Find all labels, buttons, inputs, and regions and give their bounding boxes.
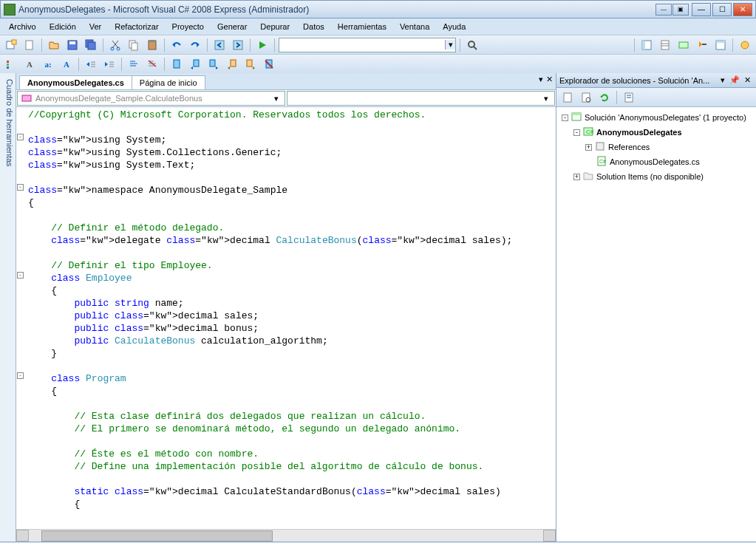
save-button[interactable]	[64, 37, 81, 53]
menu-datos[interactable]: Datos	[297, 21, 330, 33]
tab-start-page[interactable]: Página de inicio	[132, 75, 205, 89]
svg-rect-2	[26, 41, 33, 49]
member-nav-combo[interactable]: ▾	[287, 91, 555, 106]
menu-generar[interactable]: Generar	[211, 21, 253, 33]
cut-button[interactable]	[107, 37, 123, 53]
type-nav-combo[interactable]: AnonymousDelegate_Sample.CalculateBonus …	[17, 91, 285, 106]
panel-dropdown-icon[interactable]: ▾	[718, 75, 727, 85]
bookmark-clear-button[interactable]	[261, 56, 277, 72]
svg-rect-58	[572, 113, 581, 115]
menu-depurar[interactable]: Depurar	[254, 21, 296, 33]
save-all-button[interactable]	[83, 37, 99, 53]
menu-herramientas[interactable]: Herramientas	[332, 21, 392, 33]
undo-button[interactable]	[168, 37, 185, 53]
svg-rect-12	[150, 40, 154, 42]
horizontal-scrollbar[interactable]	[16, 529, 556, 542]
tree-node[interactable]: -C#AnonymousDelegates	[559, 125, 753, 140]
maximize-button[interactable]: ☐	[712, 3, 732, 16]
toolbox-sidebar[interactable]: Cuadro de herramientas	[0, 73, 16, 542]
tree-node[interactable]: -Solución 'AnonymousDelegates' (1 proyec…	[559, 110, 753, 125]
bookmark-prev-button[interactable]	[187, 56, 203, 72]
restore-button-inner[interactable]: ▣	[672, 4, 689, 16]
scroll-thumb[interactable]	[41, 530, 273, 542]
panel-close-icon[interactable]: ✕	[742, 75, 753, 85]
svg-point-15	[469, 41, 474, 47]
outline-column[interactable]: ----	[16, 107, 25, 529]
solution-explorer-button[interactable]	[638, 37, 655, 53]
view-code-button[interactable]	[621, 89, 637, 106]
menu-ventana[interactable]: Ventana	[394, 21, 435, 33]
complete-word-button[interactable]: A	[58, 56, 75, 72]
quick-info-button[interactable]: a:	[40, 56, 56, 72]
nav-fwd-button[interactable]	[230, 37, 246, 53]
solution-tree[interactable]: -Solución 'AnonymousDelegates' (1 proyec…	[556, 107, 756, 542]
outline-collapse-icon[interactable]: -	[17, 372, 24, 379]
show-all-button[interactable]	[578, 89, 594, 106]
scroll-left-button[interactable]	[16, 530, 29, 542]
start-page-button[interactable]	[712, 37, 729, 53]
tree-label: AnonymousDelegates.cs	[610, 157, 700, 166]
tree-node[interactable]: C#AnonymousDelegates.cs	[559, 154, 753, 169]
find-button[interactable]	[464, 37, 480, 53]
bookmark-toggle-button[interactable]	[168, 56, 185, 72]
uncomment-button[interactable]	[144, 56, 160, 72]
tab-close-icon[interactable]: ✕	[546, 75, 553, 84]
chevron-down-icon: ▾	[541, 94, 551, 103]
increase-indent-button[interactable]	[101, 56, 118, 72]
minimize-button[interactable]: —	[692, 3, 711, 16]
svg-rect-6	[88, 42, 95, 49]
properties-button[interactable]	[657, 37, 673, 53]
redo-button[interactable]	[187, 37, 203, 53]
outline-collapse-icon[interactable]: -	[17, 134, 24, 140]
extension-button[interactable]	[737, 37, 753, 53]
tree-expander[interactable]: -	[573, 129, 580, 136]
tree-expander[interactable]: +	[585, 144, 592, 151]
menu-proyecto[interactable]: Proyecto	[166, 21, 210, 33]
pin-icon[interactable]: 📌	[727, 75, 742, 85]
close-button[interactable]: ✕	[733, 3, 752, 16]
open-button[interactable]	[46, 37, 62, 53]
app-icon	[4, 4, 16, 16]
chevron-down-icon: ▾	[271, 94, 282, 103]
minimize-button-inner[interactable]: —	[655, 4, 672, 16]
sol-icon	[571, 111, 582, 124]
tree-node[interactable]: +References	[559, 140, 753, 154]
copy-button[interactable]	[126, 37, 142, 53]
bookmark-next-folder-button[interactable]	[242, 56, 259, 72]
svg-rect-13	[215, 41, 224, 49]
solution-config-combo[interactable]: ▾	[279, 38, 456, 52]
refresh-button[interactable]	[596, 89, 613, 106]
toolbox-button[interactable]	[694, 37, 710, 53]
properties-button[interactable]	[559, 89, 576, 106]
new-file-button[interactable]	[21, 37, 38, 53]
paste-button[interactable]	[144, 37, 160, 53]
code-editor[interactable]: //Copyright (C) Microsoft Corporation. R…	[25, 107, 556, 529]
menu-refactorizar[interactable]: Refactorizar	[109, 21, 164, 33]
comment-button[interactable]	[126, 56, 142, 72]
tree-expander[interactable]: +	[573, 174, 580, 180]
bookmark-prev-folder-button[interactable]	[224, 56, 240, 72]
decrease-indent-button[interactable]	[83, 56, 99, 72]
object-browser-button[interactable]	[675, 37, 692, 53]
menu-edicion[interactable]: Edición	[44, 21, 82, 33]
outline-collapse-icon[interactable]: -	[17, 272, 24, 279]
svg-rect-14	[234, 41, 242, 49]
scroll-right-button[interactable]	[543, 530, 556, 542]
tab-dropdown-icon[interactable]: ▾	[539, 75, 543, 84]
start-debug-button[interactable]	[254, 37, 270, 53]
tree-node[interactable]: +Solution Items (no disponible)	[559, 169, 753, 184]
object-member-list-button[interactable]	[3, 56, 19, 72]
new-project-button[interactable]	[3, 37, 19, 53]
svg-rect-25	[716, 41, 725, 43]
svg-rect-61	[596, 143, 604, 150]
bookmark-next-button[interactable]	[205, 56, 222, 72]
nav-back-button[interactable]	[211, 37, 228, 53]
menu-ayuda[interactable]: Ayuda	[437, 21, 471, 33]
parameter-info-button[interactable]: A	[21, 56, 38, 72]
tab-active-file[interactable]: AnonymousDelegates.cs	[19, 75, 132, 89]
cs-icon: C#	[596, 155, 607, 168]
menu-ver[interactable]: Ver	[84, 21, 108, 33]
tree-expander[interactable]: -	[562, 115, 568, 121]
menu-archivo[interactable]: Archivo	[3, 21, 42, 33]
outline-collapse-icon[interactable]: -	[17, 184, 24, 191]
